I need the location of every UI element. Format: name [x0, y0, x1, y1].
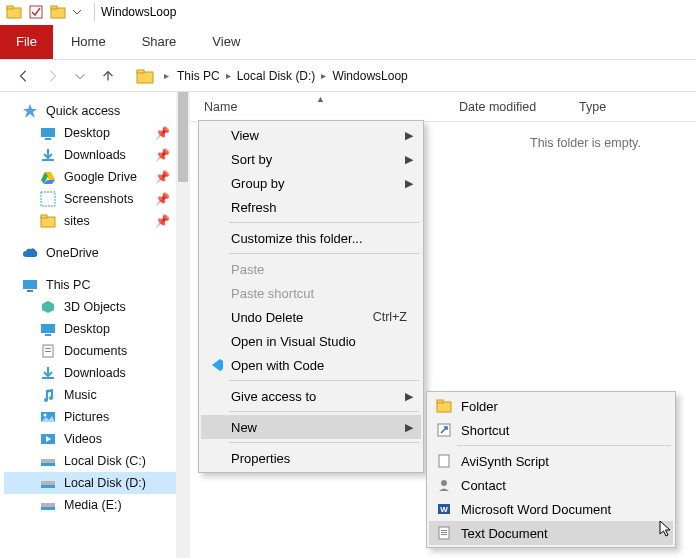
separator — [229, 222, 419, 223]
new-avisynth[interactable]: AviSynth Script — [429, 449, 673, 473]
ctx-undo-delete[interactable]: Undo DeleteCtrl+Z — [201, 305, 421, 329]
sidebar-downloads-2[interactable]: Downloads — [4, 362, 186, 384]
ctx-sort-by[interactable]: Sort by▶ — [201, 147, 421, 171]
ctx-customize[interactable]: Customize this folder... — [201, 226, 421, 250]
sidebar-downloads[interactable]: Downloads📌 — [4, 144, 186, 166]
sidebar-desktop[interactable]: Desktop📌 — [4, 122, 186, 144]
label: Desktop — [64, 126, 110, 140]
recent-dropdown[interactable] — [68, 64, 92, 88]
sidebar-desktop-2[interactable]: Desktop — [4, 318, 186, 340]
svg-rect-27 — [41, 485, 55, 488]
folder-icon — [40, 213, 56, 229]
view-tab[interactable]: View — [194, 24, 258, 59]
forward-button[interactable] — [40, 64, 64, 88]
sort-indicator-icon: ▲ — [316, 94, 325, 104]
ctx-paste: Paste — [201, 257, 421, 281]
star-icon — [22, 103, 38, 119]
sidebar-google-drive[interactable]: Google Drive📌 — [4, 166, 186, 188]
svg-rect-5 — [137, 72, 153, 83]
share-tab[interactable]: Share — [124, 24, 195, 59]
ctx-give-access[interactable]: Give access to▶ — [201, 384, 421, 408]
qat-dropdown-icon[interactable] — [72, 4, 82, 20]
svg-rect-33 — [439, 455, 449, 467]
separator — [457, 445, 671, 446]
svg-rect-31 — [437, 400, 443, 403]
svg-rect-29 — [41, 507, 55, 510]
new-folder[interactable]: Folder — [429, 394, 673, 418]
ctx-open-with-code[interactable]: Open with Code — [201, 353, 421, 377]
svg-rect-16 — [45, 334, 51, 336]
sidebar-documents[interactable]: Documents — [4, 340, 186, 362]
svg-rect-14 — [27, 290, 33, 292]
sidebar-screenshots[interactable]: Screenshots📌 — [4, 188, 186, 210]
separator — [229, 253, 419, 254]
sidebar-scrollbar[interactable] — [176, 92, 190, 558]
new-text-document[interactable]: Text Document — [429, 521, 673, 545]
crumb-folder[interactable]: WindowsLoop — [328, 67, 411, 85]
ribbon: File Home Share View — [0, 24, 696, 60]
pictures-icon — [40, 409, 56, 425]
label: Media (E:) — [64, 498, 122, 512]
chevron-right-icon[interactable]: ▸ — [321, 70, 326, 81]
svg-rect-7 — [41, 128, 55, 137]
svg-point-22 — [44, 414, 47, 417]
sidebar-videos[interactable]: Videos — [4, 428, 186, 450]
file-tab[interactable]: File — [0, 25, 53, 59]
pin-icon: 📌 — [155, 126, 170, 140]
scroll-thumb[interactable] — [178, 92, 188, 182]
sidebar-pictures[interactable]: Pictures — [4, 406, 186, 428]
label: Downloads — [64, 148, 126, 162]
chevron-right-icon[interactable]: ▸ — [226, 70, 231, 81]
ctx-view[interactable]: View▶ — [201, 123, 421, 147]
ctx-refresh[interactable]: Refresh — [201, 195, 421, 219]
sidebar-this-pc[interactable]: This PC — [4, 274, 186, 296]
crumb-this-pc[interactable]: This PC — [173, 67, 224, 85]
shortcut-label: Ctrl+Z — [373, 310, 407, 324]
svg-rect-12 — [41, 215, 47, 218]
text-file-icon — [435, 524, 453, 542]
separator — [229, 380, 419, 381]
empty-folder-message: This folder is empty. — [530, 136, 641, 150]
new-word-document[interactable]: W Microsoft Word Document — [429, 497, 673, 521]
new-contact[interactable]: Contact — [429, 473, 673, 497]
chevron-right-icon: ▶ — [405, 390, 413, 403]
label: Local Disk (D:) — [64, 476, 146, 490]
pin-icon: 📌 — [155, 170, 170, 184]
label: Google Drive — [64, 170, 137, 184]
divider — [94, 3, 95, 21]
sidebar-disk-d[interactable]: Local Disk (D:) — [4, 472, 186, 494]
sidebar-quick-access[interactable]: Quick access — [4, 100, 186, 122]
sidebar-onedrive[interactable]: OneDrive — [4, 242, 186, 264]
documents-icon — [40, 343, 56, 359]
column-date[interactable]: Date modified — [445, 100, 565, 114]
vscode-icon — [207, 356, 225, 374]
ctx-group-by[interactable]: Group by▶ — [201, 171, 421, 195]
sidebar-sites[interactable]: sites📌 — [4, 210, 186, 232]
ctx-paste-shortcut: Paste shortcut — [201, 281, 421, 305]
sidebar-music[interactable]: Music — [4, 384, 186, 406]
ctx-open-visual-studio[interactable]: Open in Visual Studio — [201, 329, 421, 353]
label: This PC — [46, 278, 90, 292]
up-button[interactable] — [96, 64, 120, 88]
label: 3D Objects — [64, 300, 126, 314]
folder-icon — [6, 4, 22, 20]
new-shortcut[interactable]: Shortcut — [429, 418, 673, 442]
svg-rect-8 — [45, 138, 51, 140]
chevron-right-icon: ▶ — [405, 153, 413, 166]
google-drive-icon — [40, 169, 56, 185]
chevron-right-icon[interactable]: ▸ — [164, 70, 169, 81]
chevron-right-icon: ▶ — [405, 421, 413, 434]
svg-rect-1 — [7, 6, 13, 9]
word-icon: W — [435, 500, 453, 518]
column-type[interactable]: Type — [565, 100, 606, 114]
ctx-new[interactable]: New▶ — [201, 415, 421, 439]
drive-icon — [40, 497, 56, 513]
back-button[interactable] — [12, 64, 36, 88]
qat-properties-icon[interactable] — [28, 4, 44, 20]
sidebar-media-e[interactable]: Media (E:) — [4, 494, 186, 516]
sidebar-3d-objects[interactable]: 3D Objects — [4, 296, 186, 318]
crumb-drive[interactable]: Local Disk (D:) — [233, 67, 320, 85]
home-tab[interactable]: Home — [53, 24, 124, 59]
ctx-properties[interactable]: Properties — [201, 446, 421, 470]
sidebar-disk-c[interactable]: Local Disk (C:) — [4, 450, 186, 472]
